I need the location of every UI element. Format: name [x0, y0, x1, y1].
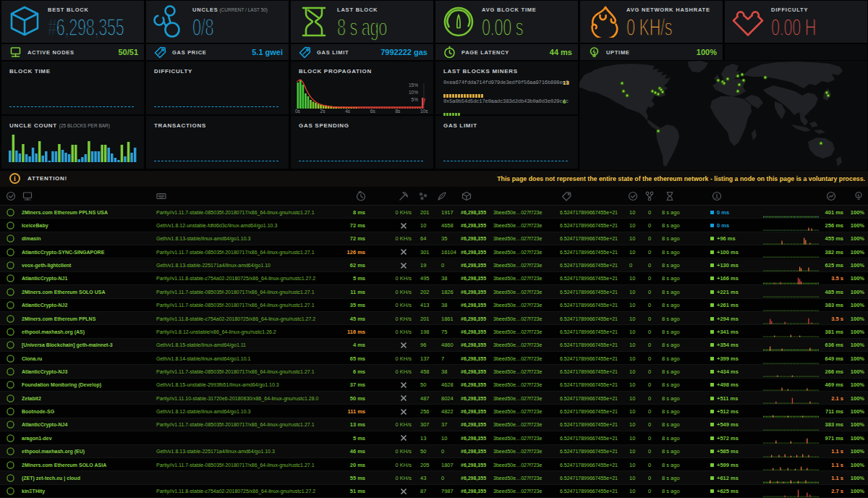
svg-text:6s: 6s	[370, 109, 376, 114]
svg-text:10s: 10s	[420, 109, 428, 114]
svg-text:4s: 4s	[345, 109, 351, 114]
svg-text:2s: 2s	[320, 109, 326, 114]
svg-text:15%: 15%	[409, 83, 418, 88]
svg-text:5%: 5%	[412, 97, 419, 102]
svg-text:0s: 0s	[295, 109, 301, 114]
svg-text:10%: 10%	[409, 90, 418, 95]
svg-text:8s: 8s	[395, 109, 401, 114]
